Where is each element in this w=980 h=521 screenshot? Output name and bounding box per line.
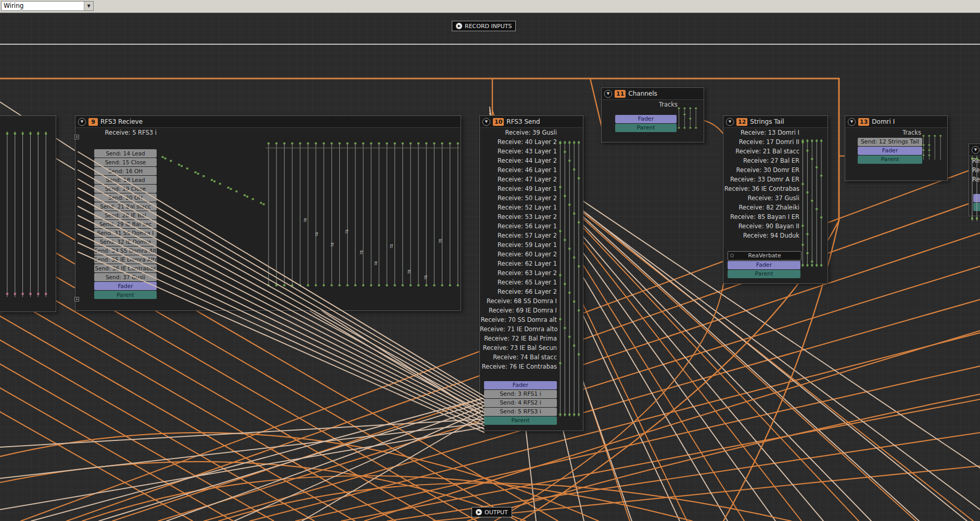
receive-row: Receive: 69 IE Domra I [480, 306, 559, 315]
node-header[interactable]: ▼ 11 Channels [602, 88, 704, 100]
receive-row: Receive: 57 Layer 2 [480, 231, 559, 240]
collapse-handle[interactable]: + [74, 135, 79, 139]
fader-pill[interactable]: Fader [484, 381, 557, 389]
output-node[interactable]: ▶ OUTPUT [472, 507, 512, 517]
node-domri-i[interactable]: ▼ 13 Domri I Tracks Send: 12 Strings Tai… [845, 115, 948, 181]
spacer [969, 184, 980, 193]
send-pill[interactable]: Send: 29 IE Bal sec [94, 220, 157, 228]
receive-row: Receive: 17 Domri II [723, 137, 801, 147]
send-pill[interactable]: Send: 21 Bal stacc [94, 202, 157, 211]
toolbar: Wiring ▼ [0, 0, 980, 13]
fader-pill[interactable]: Fader [973, 194, 980, 202]
collapse-icon[interactable]: ▼ [482, 118, 490, 126]
send-pill[interactable]: Send: 19 Close [94, 185, 157, 193]
fader-pill[interactable]: Fader [94, 282, 157, 290]
spacer [602, 109, 704, 114]
receive-row: Receive: 63 Layer 2 [480, 268, 559, 278]
receive-row: Receive: 66 Layer 2 [480, 287, 559, 296]
receive-row: Receive: 52 Layer 1 [480, 203, 559, 212]
send-pill[interactable]: Send: 3 RFS1 i [484, 390, 557, 398]
node-partial-left[interactable] [0, 115, 56, 312]
parent-pill[interactable]: Parent [858, 155, 922, 164]
send-pill[interactable]: Send: 12 Strings Tail [858, 138, 922, 146]
send-pill[interactable]: Send: 15 Close [94, 158, 157, 166]
collapse-handle[interactable]: + [74, 297, 79, 302]
send-pill[interactable]: Send: 36 IE Contrabas [94, 264, 157, 272]
parent-pill[interactable]: Parent [973, 203, 980, 211]
divider-line [0, 44, 980, 45]
play-icon: ▶ [456, 23, 462, 29]
receives-list: ReReRe [969, 156, 980, 184]
collapse-icon[interactable]: ▼ [78, 118, 86, 126]
receive-row: Receive: 65 Layer 1 [480, 278, 559, 287]
node-header[interactable]: ▼ 13 Domri I [845, 116, 947, 128]
view-selector[interactable]: Wiring ▼ [1, 1, 94, 11]
collapse-icon[interactable]: ▼ [604, 90, 612, 98]
sends-list: Send: 12 Strings Tail [845, 138, 947, 146]
node-header[interactable]: ▼ 1 [969, 144, 980, 156]
send-pill[interactable]: Send: 16 OH [94, 167, 157, 175]
send-pill[interactable]: Send: 35 IE Domra Alto [94, 255, 157, 264]
svg-text:ƒƒ: ƒƒ [345, 229, 349, 233]
tracks-label: Tracks [602, 100, 678, 109]
node-header[interactable]: ▼ 12 Strings Tail [723, 116, 828, 128]
output-label: OUTPUT [485, 509, 508, 516]
svg-text:ƒƒ: ƒƒ [374, 261, 377, 265]
receive-row: Receive: 60 Layer 2 [480, 250, 559, 259]
record-inputs-node[interactable]: ▶ RECORD INPUTS [452, 21, 516, 31]
receive-row: Receive: 44 Layer 2 [480, 156, 559, 165]
node-header[interactable]: ▼ 9 RFS3 Recieve [75, 116, 461, 128]
send-pill[interactable]: Send: 34 SS Domra Alto [94, 246, 157, 255]
wiring-canvas[interactable]: ▶ RECORD INPUTS ▼ 9 RFS3 Recieve Receive… [0, 0, 980, 521]
receive-row: Receive: 70 SS Domra alt [480, 315, 559, 324]
parent-pill[interactable]: Parent [484, 416, 557, 425]
node-strings-tail[interactable]: ▼ 12 Strings Tail Receive: 13 Domri IRec… [723, 115, 828, 284]
send-pill[interactable]: Send: 5 RFS3 i [484, 408, 557, 416]
svg-text:ƒƒ: ƒƒ [330, 242, 334, 246]
spacer [480, 371, 559, 381]
fx-enable-dot[interactable] [730, 254, 734, 257]
receive-row: Receive: 5 RFS3 i [75, 128, 159, 137]
chevron-down-icon[interactable]: ▼ [84, 2, 93, 10]
parent-pill[interactable]: Parent [728, 270, 800, 278]
receive-row: Re [969, 175, 980, 184]
receive-row: Receive: 62 Layer 1 [480, 259, 559, 268]
node-rfs3-recieve[interactable]: ▼ 9 RFS3 Recieve Receive: 5 RFS3 i Send:… [75, 115, 461, 311]
fx-pill[interactable]: ReaVerbate [728, 251, 801, 260]
send-pill[interactable]: Send: 20 OH [94, 193, 157, 202]
play-icon: ▶ [476, 509, 482, 515]
fader-pill[interactable]: Fader [615, 115, 677, 123]
node-title: Domri I [872, 118, 895, 125]
node-header[interactable]: ▼ 10 RFS3 Send [480, 116, 583, 128]
svg-text:ƒƒ: ƒƒ [389, 244, 393, 248]
node-channels[interactable]: ▼ 11 Channels Tracks Fader Parent [601, 87, 704, 142]
send-pill[interactable]: Send: 4 RFS2 i [484, 399, 557, 407]
record-inputs-label: RECORD INPUTS [465, 23, 512, 30]
send-pill[interactable]: Send: 32 IE Domra [94, 238, 157, 246]
receive-row: Receive: 90 Bayan II [723, 222, 801, 231]
fader-pill[interactable]: Fader [858, 147, 922, 155]
node-title: RFS3 Send [506, 118, 540, 125]
sends-list: Send: 14 LeadSend: 15 CloseSend: 16 OHSe… [75, 149, 159, 281]
collapse-icon[interactable]: ▼ [848, 118, 856, 126]
parent-pill[interactable]: Parent [615, 124, 677, 132]
collapse-icon[interactable]: ▼ [726, 118, 734, 126]
receive-row: Receive: 49 Layer 1 [480, 184, 559, 193]
send-pill[interactable]: Send: 31 SS Domra I [94, 229, 157, 237]
node-partial-right[interactable]: ▼ 1 ReReRe Fader Parent [969, 144, 980, 216]
node-title: Strings Tail [750, 118, 784, 125]
send-pill[interactable]: Send: 14 Lead [94, 149, 157, 158]
receive-row: Receive: 40 Layer 2 [480, 137, 559, 147]
sends-list: Send: 3 RFS1 iSend: 4 RFS2 iSend: 5 RFS3… [480, 390, 559, 416]
receive-row: Receive: 68 SS Domra I [480, 296, 559, 306]
fader-pill[interactable]: Fader [728, 261, 800, 269]
node-rfs3-send[interactable]: ▼ 10 RFS3 Send Receive: 39 GusliReceive:… [479, 115, 583, 431]
collapse-icon[interactable]: ▼ [972, 146, 979, 154]
send-pill[interactable]: Send: 28 IE Bal [94, 211, 157, 219]
parent-pill[interactable]: Parent [94, 291, 157, 299]
receive-row: Receive: 39 Gusli [480, 128, 559, 137]
send-pill[interactable]: Send: 37 Gusli [94, 273, 157, 281]
send-pill[interactable]: Send: 18 Lead [94, 176, 157, 184]
receive-row: Re [969, 165, 980, 175]
receive-row: Receive: 50 Layer 2 [480, 193, 559, 203]
